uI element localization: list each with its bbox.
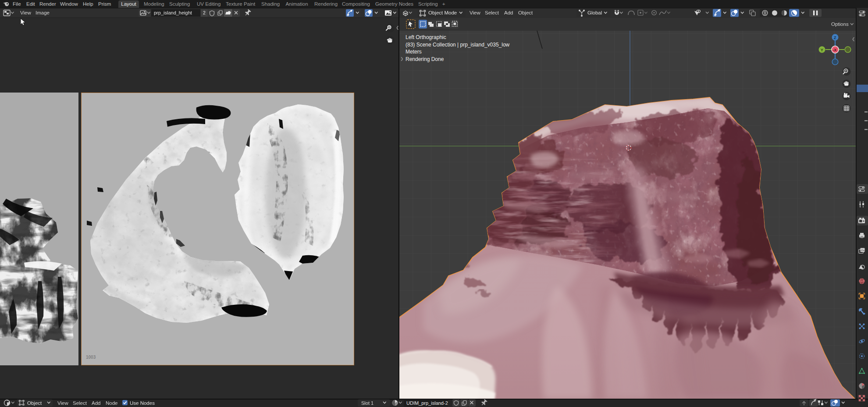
svg-text:prp_island_height: prp_island_height (154, 10, 192, 15)
svg-text:Object: Object (518, 10, 533, 15)
svg-text:Use Nodes: Use Nodes (130, 400, 155, 406)
svg-text:Z: Z (834, 35, 836, 40)
svg-text:-X: -X (833, 48, 837, 52)
svg-text:View: View (20, 10, 31, 15)
svg-text:Node: Node (106, 400, 118, 406)
svg-text:Select: Select (73, 400, 87, 406)
svg-text:❯: ❯ (400, 57, 404, 61)
svg-text:Global: Global (587, 10, 602, 15)
svg-text:View: View (57, 400, 68, 406)
svg-text:Object Mode: Object Mode (428, 10, 457, 15)
svg-text:❮: ❮ (396, 25, 399, 30)
svg-text:UDIM_prp_island-2: UDIM_prp_island-2 (406, 400, 448, 406)
svg-text:❮: ❮ (852, 37, 855, 42)
svg-text:Add: Add (504, 10, 513, 15)
svg-text:Slot 1: Slot 1 (361, 400, 374, 406)
svg-text:2: 2 (203, 10, 206, 15)
svg-text:Add: Add (92, 400, 100, 406)
svg-text:Object: Object (27, 400, 42, 406)
svg-text:Select: Select (485, 10, 499, 15)
svg-text:Y: Y (821, 47, 824, 52)
svg-text:Image: Image (36, 10, 50, 15)
svg-text:View: View (470, 10, 480, 15)
svg-text:Options: Options (831, 21, 849, 27)
